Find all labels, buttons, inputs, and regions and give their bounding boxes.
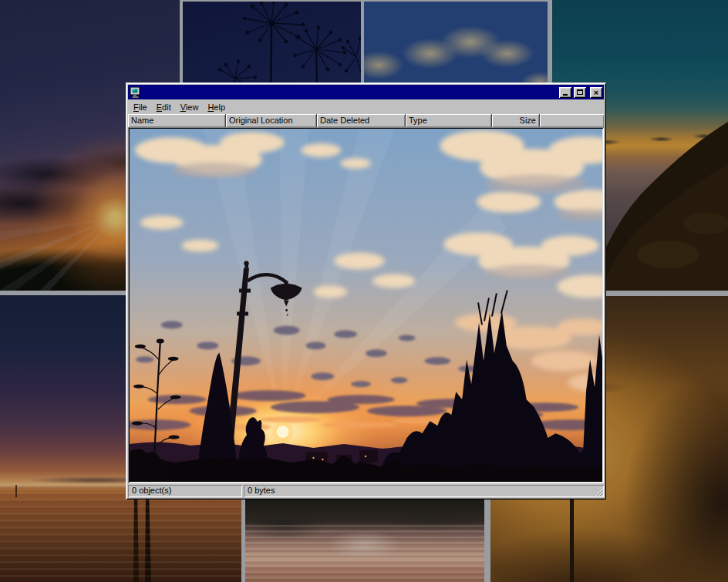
column-header-empty[interactable] xyxy=(540,114,604,127)
column-header-type[interactable]: Type xyxy=(406,114,492,127)
menu-edit[interactable]: Edit xyxy=(152,101,176,113)
menu-help[interactable]: Help xyxy=(203,101,230,113)
column-header-size[interactable]: Size xyxy=(492,114,540,127)
status-bar: 0 object(s) 0 bytes xyxy=(128,485,604,497)
column-header-original-location[interactable]: Original Location xyxy=(226,114,317,127)
close-icon: × xyxy=(594,89,598,96)
maximize-icon xyxy=(577,89,583,95)
file-list-area[interactable] xyxy=(128,127,604,483)
maximize-button[interactable] xyxy=(574,87,586,98)
resize-grip[interactable] xyxy=(593,486,603,496)
title-bar[interactable]: × xyxy=(128,85,604,99)
menu-view[interactable]: View xyxy=(176,101,204,113)
minimize-button[interactable] xyxy=(559,87,571,98)
status-object-count: 0 object(s) xyxy=(128,485,242,497)
recycle-bin-window[interactable]: × File Edit View Help Name Original Loca… xyxy=(126,82,606,500)
menu-file[interactable]: File xyxy=(129,101,152,113)
minimize-icon xyxy=(563,94,568,96)
column-header-date-deleted[interactable]: Date Deleted xyxy=(317,114,406,127)
close-button[interactable]: × xyxy=(590,87,602,98)
status-size: 0 bytes xyxy=(244,485,604,497)
window-computer-icon xyxy=(130,87,141,98)
column-header-name[interactable]: Name xyxy=(128,114,226,127)
menu-bar: File Edit View Help xyxy=(128,99,604,114)
column-headers: Name Original Location Date Deleted Type… xyxy=(128,114,604,127)
sunset-streetlamp-photo xyxy=(130,129,602,482)
tile-divider xyxy=(183,0,548,2)
